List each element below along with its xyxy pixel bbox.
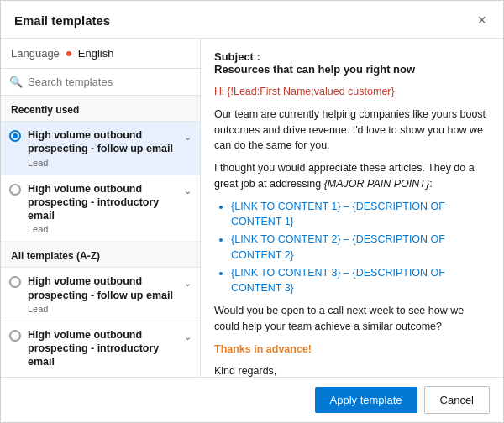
- search-icon: 🔍: [9, 76, 23, 88]
- template-name: High volume outbound prospecting - follo…: [28, 128, 181, 156]
- language-required-dot: [66, 51, 71, 56]
- subject-line: Subject : Resources that can help you ri…: [214, 50, 490, 76]
- email-body: Hi {!Lead:First Name;valued customer}, O…: [214, 84, 490, 377]
- email-paragraph-2: I thought you would appreciate these art…: [214, 160, 490, 192]
- language-label: Language: [11, 47, 60, 60]
- chevron-down-icon[interactable]: ⌄: [184, 132, 192, 143]
- subject-label: Subject :: [214, 50, 260, 63]
- dialog-title: Email templates: [14, 13, 110, 28]
- template-name: High volume outbound prospecting - follo…: [28, 274, 181, 302]
- list-item: {LINK TO CONTENT 1} – {DESCRIPTION OF CO…: [231, 199, 490, 231]
- search-box: 🔍: [1, 69, 200, 96]
- email-paragraph-1: Our team are currently helping companies…: [214, 107, 490, 154]
- dialog-body: Language English 🔍 Recently used: [1, 39, 503, 377]
- all-templates-header: All templates (A-Z): [1, 242, 200, 268]
- cancel-button[interactable]: Cancel: [424, 386, 490, 414]
- template-item[interactable]: High volume outbound prospecting - follo…: [1, 268, 200, 321]
- chevron-down-icon[interactable]: ⌄: [184, 332, 192, 342]
- language-row: Language English: [1, 39, 200, 69]
- list-item: {LINK TO CONTENT 3} – {DESCRIPTION OF CO…: [231, 265, 490, 297]
- recently-used-header: Recently used: [1, 96, 200, 122]
- left-panel: Language English 🔍 Recently used: [1, 39, 201, 377]
- template-item[interactable]: High volume outbound prospecting - intro…: [1, 321, 200, 377]
- email-thanks: Thanks in advance!: [214, 342, 490, 358]
- language-value: English: [78, 47, 114, 60]
- email-templates-dialog: Email templates × Language English 🔍 Rec…: [0, 0, 504, 423]
- content-links-list: {LINK TO CONTENT 1} – {DESCRIPTION OF CO…: [214, 199, 490, 297]
- email-regards: Kind regards,{!User:Full Name;Thanks}: [214, 363, 490, 377]
- template-item[interactable]: High volume outbound prospecting - follo…: [1, 122, 200, 175]
- radio-button[interactable]: [9, 276, 21, 288]
- radio-button-selected[interactable]: [9, 130, 21, 142]
- subject-value: Resources that can help you right now: [214, 63, 415, 76]
- search-input[interactable]: [28, 76, 192, 88]
- list-item: {LINK TO CONTENT 2} – {DESCRIPTION OF CO…: [231, 232, 490, 264]
- email-preview-panel: Subject : Resources that can help you ri…: [201, 39, 503, 377]
- template-name: High volume outbound prospecting - intro…: [28, 182, 181, 223]
- chevron-down-icon[interactable]: ⌄: [184, 278, 192, 289]
- dialog-footer: Apply template Cancel: [1, 377, 503, 422]
- email-greeting: Hi {!Lead:First Name;valued customer},: [214, 84, 490, 100]
- template-tag: Lead: [28, 224, 181, 234]
- template-tag: Lead: [28, 158, 181, 168]
- template-item[interactable]: High volume outbound prospecting - intro…: [1, 175, 200, 243]
- template-list: Recently used High volume outbound prosp…: [1, 96, 200, 377]
- template-name: High volume outbound prospecting - intro…: [28, 328, 181, 369]
- chevron-down-icon[interactable]: ⌄: [184, 185, 192, 196]
- radio-button[interactable]: [9, 330, 21, 342]
- close-button[interactable]: ×: [474, 11, 490, 29]
- dialog-header: Email templates ×: [1, 1, 503, 39]
- apply-template-button[interactable]: Apply template: [315, 387, 417, 413]
- radio-button[interactable]: [9, 184, 21, 196]
- template-tag: Lead: [28, 304, 181, 314]
- email-paragraph-3: Would you be open to a call next week to…: [214, 303, 490, 335]
